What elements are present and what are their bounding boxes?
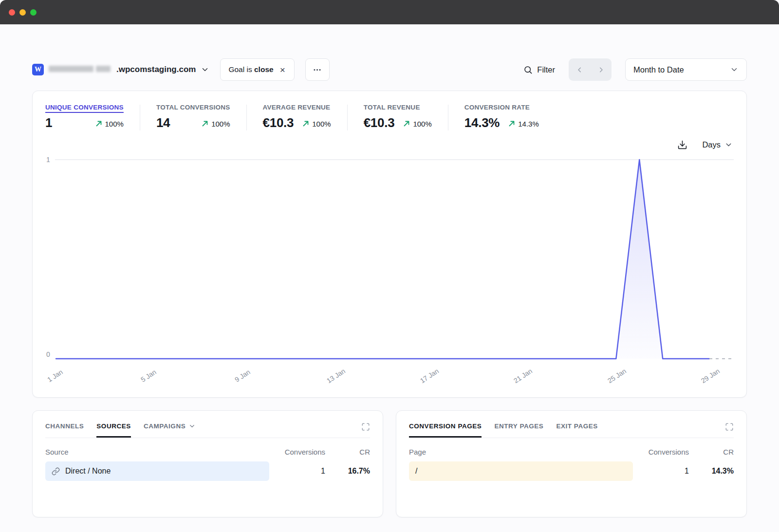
divider: [140, 105, 140, 130]
tab-exit-pages[interactable]: EXIT PAGES: [556, 422, 597, 438]
metric-conversion-rate[interactable]: CONVERSION RATE 14.3% 14.3%: [464, 104, 539, 130]
interval-select[interactable]: Days: [702, 140, 733, 149]
tab-conversion-pages[interactable]: CONVERSION PAGES: [409, 422, 482, 438]
window-titlebar: [0, 0, 779, 24]
pages-table-header: Page Conversions CR: [409, 448, 734, 461]
table-row[interactable]: Direct / None 1 16.7%: [45, 461, 370, 481]
minimize-window-button[interactable]: [19, 9, 26, 16]
trend-up-icon: [508, 120, 515, 127]
ellipsis-icon: [313, 65, 322, 74]
line-chart-svg: [55, 155, 734, 364]
chart-toolbar: Days: [45, 137, 734, 152]
chevron-down-icon: [188, 422, 196, 430]
metrics-row: UNIQUE CONVERSIONS 1 100% TOTAL CONVERSI…: [45, 104, 734, 130]
divider: [246, 105, 247, 130]
period-pager: [569, 58, 612, 81]
tab-campaigns[interactable]: CAMPAIGNS: [144, 422, 196, 438]
site-name-redacted: [49, 66, 111, 73]
remove-goal-filter-button[interactable]: ×: [279, 64, 286, 75]
bottom-panels: CHANNELS SOURCES CAMPAIGNS: [32, 410, 747, 517]
x-axis-ticks: 1 Jan 5 Jan 9 Jan 13 Jan 17 Jan 21 Jan 2…: [55, 364, 734, 392]
metric-delta: 100%: [95, 120, 124, 128]
tab-sources[interactable]: SOURCES: [96, 422, 131, 438]
site-domain: .wpcomstaging.com: [116, 65, 196, 74]
divider: [448, 105, 448, 130]
sources-tabs: CHANNELS SOURCES CAMPAIGNS: [45, 422, 370, 438]
sources-table-header: Source Conversions CR: [45, 448, 370, 461]
y-axis: 1 0: [45, 155, 55, 392]
toolbar-left: W .wpcomstaging.com Goal is close ×: [32, 58, 330, 81]
tab-entry-pages[interactable]: ENTRY PAGES: [494, 422, 543, 438]
x-tick-label: 21 Jan: [512, 367, 534, 385]
trend-up-icon: [302, 120, 309, 127]
divider: [347, 105, 348, 130]
app-window: W .wpcomstaging.com Goal is close ×: [0, 0, 779, 517]
chevron-down-icon: [201, 65, 209, 74]
column-conversions: Conversions: [269, 448, 325, 456]
source-conversions: 1: [269, 467, 325, 476]
trend-up-icon: [202, 120, 208, 127]
chevron-down-icon: [724, 141, 733, 149]
metric-average-revenue[interactable]: AVERAGE REVENUE €10.3 100%: [263, 104, 331, 130]
column-cr: CR: [325, 448, 370, 456]
metric-total-conversions[interactable]: TOTAL CONVERSIONS 14 100%: [156, 104, 230, 130]
metric-total-revenue[interactable]: TOTAL REVENUE €10.3 100%: [364, 104, 432, 130]
chevron-left-icon: [575, 66, 584, 74]
metric-delta: 100%: [202, 120, 230, 128]
close-window-button[interactable]: [9, 9, 15, 16]
toolbar-right: Filter Month to Date: [523, 58, 747, 81]
maximize-icon: [725, 422, 734, 431]
zoom-window-button[interactable]: [30, 9, 37, 16]
column-source: Source: [45, 448, 269, 456]
tab-channels[interactable]: CHANNELS: [45, 422, 84, 438]
filter-button[interactable]: Filter: [523, 65, 555, 74]
download-icon: [677, 140, 687, 150]
trend-up-icon: [403, 120, 410, 127]
conversions-chart: 1 0: [45, 155, 734, 392]
source-share-bar: Direct / None: [45, 461, 269, 481]
pages-tabs: CONVERSION PAGES ENTRY PAGES EXIT PAGES: [409, 422, 734, 438]
page-path: /: [415, 467, 417, 476]
metric-unique-conversions[interactable]: UNIQUE CONVERSIONS 1 100%: [45, 104, 124, 130]
metric-value: 14: [156, 115, 170, 130]
expand-sources-button[interactable]: [361, 422, 370, 438]
goal-chip-value: close: [254, 65, 274, 73]
prev-period-button[interactable]: [569, 58, 590, 81]
chart-plot-area[interactable]: 1 Jan 5 Jan 9 Jan 13 Jan 17 Jan 21 Jan 2…: [55, 155, 734, 392]
x-tick-label: 29 Jan: [700, 367, 721, 385]
link-icon: [52, 467, 60, 476]
date-range-select[interactable]: Month to Date: [625, 58, 747, 81]
metric-label: AVERAGE REVENUE: [263, 104, 331, 111]
more-options-button[interactable]: [305, 58, 330, 81]
page-share-bar: /: [409, 461, 633, 481]
column-cr: CR: [689, 448, 734, 456]
sources-panel: CHANNELS SOURCES CAMPAIGNS: [32, 410, 383, 517]
metric-delta: 14.3%: [508, 120, 539, 128]
maximize-icon: [361, 422, 370, 431]
chevron-down-icon: [730, 65, 739, 74]
metric-value: 1: [45, 115, 52, 130]
wordpress-icon: W: [32, 64, 44, 75]
goal-filter-chip[interactable]: Goal is close ×: [220, 58, 294, 81]
toolbar: W .wpcomstaging.com Goal is close ×: [32, 58, 747, 81]
metric-label: TOTAL CONVERSIONS: [156, 104, 230, 111]
y-axis-max-label: 1: [46, 156, 50, 164]
next-period-button[interactable]: [590, 58, 612, 81]
x-tick-label: 17 Jan: [419, 367, 440, 385]
download-chart-button[interactable]: [677, 140, 687, 150]
x-tick-label: 9 Jan: [233, 368, 251, 384]
x-tick-label: 13 Jan: [325, 367, 347, 385]
metric-value: 14.3%: [464, 115, 500, 130]
column-page: Page: [409, 448, 633, 456]
goal-chip-text: Goal is close: [228, 65, 273, 74]
table-row[interactable]: / 1 14.3%: [409, 461, 734, 481]
expand-pages-button[interactable]: [725, 422, 734, 438]
metric-value: €10.3: [263, 115, 294, 130]
metric-value: €10.3: [364, 115, 395, 130]
site-selector[interactable]: W .wpcomstaging.com: [32, 64, 209, 75]
metric-delta: 100%: [403, 120, 431, 128]
y-axis-min-label: 0: [46, 350, 50, 358]
page-cr: 14.3%: [689, 467, 734, 476]
page-conversions: 1: [633, 467, 689, 476]
source-cr: 16.7%: [325, 467, 370, 476]
